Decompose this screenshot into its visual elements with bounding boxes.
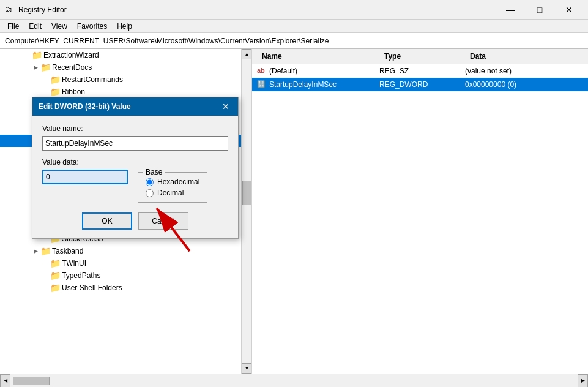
- reg-data-cell: 0x00000000 (0): [465, 80, 583, 89]
- menu-help[interactable]: Help: [112, 21, 137, 32]
- dialog-close-button[interactable]: ✕: [220, 100, 232, 113]
- tree-label: RestartCommands: [62, 75, 123, 84]
- scroll-up-btn[interactable]: ▲: [242, 49, 252, 59]
- folder-icon: 📁: [32, 51, 42, 59]
- header-name: Name: [257, 51, 379, 62]
- tree-scrollbar[interactable]: ▲ ▼: [241, 49, 251, 374]
- folder-icon: 📁: [50, 259, 60, 268]
- menu-view[interactable]: View: [47, 21, 72, 32]
- folder-icon: 📁: [40, 63, 50, 72]
- scroll-down-btn[interactable]: ▼: [242, 363, 252, 374]
- menu-edit[interactable]: Edit: [24, 21, 47, 32]
- reg-type-cell: REG_DWORD: [379, 80, 465, 89]
- maximize-button[interactable]: □: [526, 0, 554, 20]
- registry-pane: Name Type Data ab (Default) REG_SZ (valu…: [252, 49, 588, 374]
- dialog-buttons: OK Cancel: [42, 212, 228, 230]
- folder-icon: 📁: [50, 271, 60, 280]
- window-controls: — □ ✕: [496, 0, 583, 20]
- menu-file[interactable]: File: [2, 21, 24, 32]
- header-data: Data: [465, 51, 583, 62]
- menu-favorites[interactable]: Favorites: [72, 21, 112, 32]
- reg-name-cell: ab (Default): [257, 67, 379, 75]
- base-legend: Base: [143, 168, 165, 176]
- tree-label: TypedPaths: [62, 271, 100, 280]
- h-scroll-thumb[interactable]: [13, 377, 50, 385]
- tree-label: RecentDocs: [52, 63, 92, 72]
- hexadecimal-label: Hexadecimal: [157, 178, 199, 186]
- tree-label: Taskband: [52, 247, 83, 255]
- dialog-body: Value name: Value data: Base Hexadecimal…: [32, 116, 238, 238]
- dialog-title: Edit DWORD (32-bit) Value: [39, 102, 220, 111]
- cancel-button[interactable]: Cancel: [138, 212, 188, 230]
- header-type: Type: [379, 51, 465, 62]
- address-bar: Computer\HKEY_CURRENT_USER\Software\Micr…: [0, 33, 588, 49]
- decimal-radio[interactable]: [146, 189, 154, 197]
- dialog-titlebar: Edit DWORD (32-bit) Value ✕: [32, 97, 238, 116]
- tree-item-typedpaths[interactable]: 📁 TypedPaths: [0, 269, 251, 282]
- h-scrollbar[interactable]: [10, 374, 578, 388]
- value-name-input[interactable]: [42, 136, 228, 151]
- title-bar: 🗂 Registry Editor — □ ✕: [0, 0, 588, 20]
- tree-label: User Shell Folders: [62, 284, 122, 292]
- tree-item-extractionwizard[interactable]: 📁 ExtractionWizard: [0, 49, 251, 61]
- app-icon: 🗂: [5, 5, 15, 15]
- tree-item-recentdocs[interactable]: ▶ 📁 RecentDocs: [0, 61, 251, 73]
- expand-icon: ▶: [31, 64, 40, 70]
- tree-label: TWinUI: [62, 259, 86, 268]
- reg-name: StartupDelayInMSec: [269, 80, 337, 89]
- scroll-thumb[interactable]: [242, 181, 251, 205]
- tree-item-ribbon[interactable]: 📁 Ribbon: [0, 86, 251, 98]
- base-group: Base Hexadecimal Decimal: [138, 172, 207, 203]
- registry-row-startup[interactable]: 🔢 StartupDelayInMSec REG_DWORD 0x0000000…: [252, 78, 588, 91]
- reg-name-cell: 🔢 StartupDelayInMSec: [257, 80, 379, 89]
- app-title: Registry Editor: [18, 6, 496, 14]
- value-name-label: Value name:: [42, 124, 228, 133]
- close-button[interactable]: ✕: [555, 0, 583, 20]
- tree-item-taskband[interactable]: ▶ 📁 Taskband: [0, 245, 251, 257]
- hscroll-right-btn[interactable]: ▶: [578, 374, 588, 388]
- tree-label: ExtractionWizard: [43, 51, 99, 59]
- registry-row-default[interactable]: ab (Default) REG_SZ (value not set): [252, 64, 588, 78]
- tree-label: Ribbon: [62, 88, 85, 96]
- hexadecimal-radio-row: Hexadecimal: [146, 178, 199, 186]
- reg-name: (Default): [269, 67, 297, 75]
- decimal-radio-row: Decimal: [146, 189, 199, 197]
- tree-item-twinui[interactable]: 📁 TWinUI: [0, 257, 251, 269]
- scroll-track[interactable]: [242, 59, 251, 363]
- minimize-button[interactable]: —: [496, 0, 524, 20]
- expand-icon: ▶: [31, 248, 40, 254]
- value-data-label: Value data:: [42, 158, 228, 167]
- folder-icon: 📁: [50, 284, 60, 292]
- status-bar: ◀ ▶: [0, 374, 588, 387]
- folder-icon: 📁: [50, 88, 60, 96]
- hexadecimal-radio[interactable]: [146, 178, 154, 186]
- menu-bar: File Edit View Favorites Help: [0, 20, 588, 33]
- tree-item-restartcommands[interactable]: 📁 RestartCommands: [0, 73, 251, 86]
- hscroll-left-btn[interactable]: ◀: [0, 374, 10, 388]
- edit-dword-dialog: Edit DWORD (32-bit) Value ✕ Value name: …: [32, 97, 239, 239]
- main-content: 📁 ExtractionWizard ▶ 📁 RecentDocs 📁 Rest…: [0, 49, 588, 374]
- folder-icon: 📁: [50, 75, 60, 84]
- reg-dword-icon: 🔢: [257, 80, 267, 89]
- reg-type-cell: REG_SZ: [379, 67, 465, 75]
- value-data-input[interactable]: [42, 170, 128, 184]
- folder-icon: 📁: [40, 247, 50, 255]
- reg-data-cell: (value not set): [465, 67, 583, 75]
- tree-item-usershellfolders[interactable]: 📁 User Shell Folders: [0, 282, 251, 294]
- dialog-data-row: Base Hexadecimal Decimal: [42, 170, 228, 203]
- decimal-label: Decimal: [157, 189, 184, 197]
- ok-button[interactable]: OK: [82, 212, 132, 230]
- reg-sz-icon: ab: [257, 67, 267, 75]
- registry-header: Name Type Data: [252, 49, 588, 64]
- address-text: Computer\HKEY_CURRENT_USER\Software\Micr…: [5, 37, 329, 45]
